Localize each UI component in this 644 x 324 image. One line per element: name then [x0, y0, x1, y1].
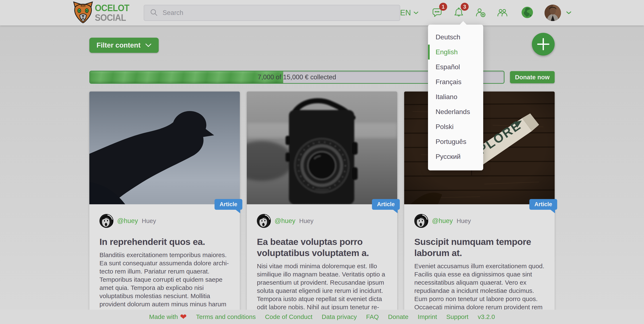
footer-link[interactable]: FAQ — [366, 313, 379, 321]
post-title[interactable]: Ea beatae voluptas porro voluptati­bus v… — [257, 236, 387, 259]
post-title[interactable]: In reprehenderit quos ea. — [100, 236, 230, 247]
language-item-english[interactable]: English — [428, 45, 483, 60]
author-username[interactable]: @huey — [117, 217, 138, 225]
post-image[interactable]: Article — [247, 92, 397, 204]
footer-link[interactable]: Imprint — [418, 313, 437, 321]
footer-link[interactable]: Code of Conduct — [265, 313, 312, 321]
footer-links: Terms and conditionsCode of ConductData … — [196, 313, 468, 321]
plus-icon — [537, 38, 550, 50]
profile-menu-chevron-icon[interactable] — [566, 11, 572, 14]
map-globe-button[interactable] — [521, 6, 534, 19]
post-title[interactable]: Suscipit numquam tempore laborum at. — [414, 236, 544, 259]
person-add-icon — [475, 7, 486, 18]
post-author[interactable]: @huey Huey — [100, 214, 230, 228]
profile-avatar[interactable] — [544, 5, 561, 21]
notifications-count-badge: 3 — [461, 3, 469, 11]
post-card[interactable]: Article — [247, 92, 397, 324]
top-navigation-bar: OCELOT SOCIAL EN 1 — [0, 0, 644, 25]
author-display-name: Huey — [299, 218, 314, 224]
language-item-italiano[interactable]: Italiano — [428, 89, 483, 104]
language-item-nederlands[interactable]: Nederlands — [428, 104, 483, 119]
made-with-link[interactable]: Made with ❤ — [149, 313, 187, 321]
app-logo[interactable]: OCELOT SOCIAL — [73, 1, 133, 24]
language-item-español[interactable]: Español — [428, 60, 483, 74]
camera-photo — [247, 92, 397, 204]
app-logo-text: OCELOT SOCIAL — [95, 3, 129, 22]
bird-photo — [89, 92, 240, 204]
search-bar — [144, 5, 400, 21]
version-label: v3.2.0 — [478, 313, 495, 321]
globe-icon — [521, 6, 534, 19]
author-avatar — [100, 214, 113, 228]
heart-icon: ❤ — [180, 314, 187, 320]
footer-link[interactable]: Terms and conditions — [196, 313, 256, 321]
post-author[interactable]: @huey Huey — [414, 214, 544, 228]
search-icon — [150, 8, 158, 17]
post-category-badge: Article — [372, 199, 400, 210]
made-with-label: Made with — [149, 313, 178, 321]
language-toggle-button[interactable]: EN — [400, 8, 418, 17]
group-icon — [497, 7, 508, 18]
chevron-down-icon — [145, 43, 152, 47]
language-dropdown-menu: DeutschEnglishEspañolFrançaisItalianoNed… — [428, 25, 483, 170]
language-item-русский[interactable]: Русский — [428, 149, 483, 164]
create-post-button[interactable] — [532, 33, 555, 56]
author-username[interactable]: @huey — [432, 217, 453, 225]
filter-content-label: Filter content — [96, 41, 140, 49]
post-card[interactable]: Article — [89, 92, 240, 324]
header-actions: EN 1 3 — [400, 5, 572, 21]
author-avatar — [414, 214, 428, 228]
post-image[interactable]: Article — [89, 92, 240, 204]
invite-user-button[interactable] — [475, 7, 486, 18]
language-code: EN — [400, 8, 411, 17]
language-item-français[interactable]: Français — [428, 74, 483, 89]
post-author[interactable]: @huey Huey — [257, 214, 387, 228]
chevron-down-icon — [414, 11, 418, 14]
ocelot-logo-icon — [73, 1, 93, 24]
footer-link[interactable]: Data privacy — [322, 313, 357, 321]
groups-button[interactable] — [497, 7, 508, 18]
footer: Made with ❤ Terms and conditionsCode of … — [0, 310, 644, 324]
messages-button[interactable]: 1 — [432, 7, 442, 18]
author-display-name: Huey — [457, 218, 471, 224]
notifications-button[interactable]: 3 — [454, 7, 464, 18]
donate-now-button[interactable]: Donate now — [510, 71, 555, 83]
language-item-português[interactable]: Português — [428, 134, 483, 149]
footer-link[interactable]: Support — [446, 313, 468, 321]
post-feed: Article — [89, 92, 555, 324]
main-content: Filter content 7,000 of 15,000 € collect… — [0, 25, 644, 324]
author-display-name: Huey — [142, 218, 156, 224]
language-item-deutsch[interactable]: Deutsch — [428, 30, 483, 45]
filter-content-button[interactable]: Filter content — [89, 38, 159, 53]
language-item-polski[interactable]: Polski — [428, 119, 483, 134]
search-input[interactable] — [163, 9, 394, 17]
post-category-badge: Article — [214, 199, 242, 210]
post-category-badge: Article — [529, 199, 557, 210]
messages-count-badge: 1 — [439, 3, 447, 11]
author-username[interactable]: @huey — [274, 217, 296, 225]
footer-link[interactable]: Donate — [388, 313, 408, 321]
author-avatar — [257, 214, 271, 228]
